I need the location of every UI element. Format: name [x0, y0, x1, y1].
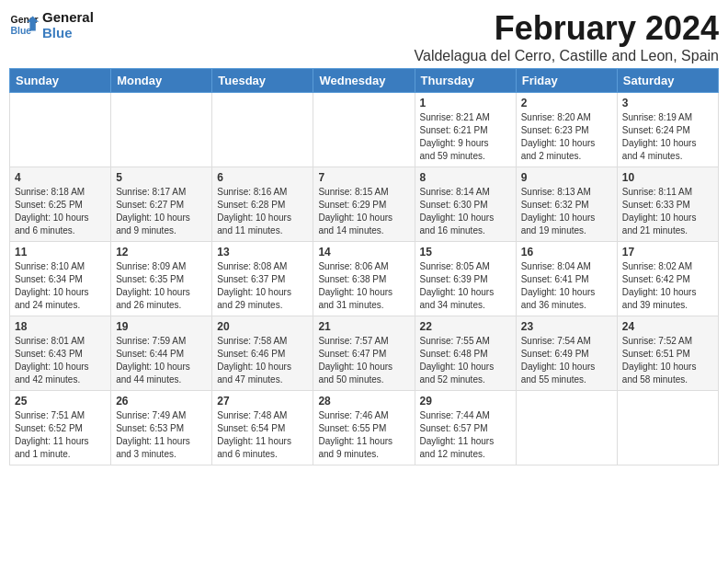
- logo-icon: General Blue: [9, 10, 39, 40]
- calendar-cell: 1Sunrise: 8:21 AM Sunset: 6:21 PM Daylig…: [415, 93, 516, 167]
- day-info: Sunrise: 8:10 AM Sunset: 6:34 PM Dayligh…: [15, 260, 106, 312]
- logo-line1: General: [42, 9, 94, 25]
- calendar-cell: 24Sunrise: 7:52 AM Sunset: 6:51 PM Dayli…: [617, 316, 718, 391]
- day-info: Sunrise: 8:09 AM Sunset: 6:35 PM Dayligh…: [116, 260, 207, 312]
- calendar-week-2: 4Sunrise: 8:18 AM Sunset: 6:25 PM Daylig…: [10, 167, 719, 242]
- page-header: General Blue General Blue February 2024 …: [9, 9, 719, 64]
- day-info: Sunrise: 7:51 AM Sunset: 6:52 PM Dayligh…: [15, 409, 106, 461]
- day-number: 15: [420, 246, 511, 259]
- day-number: 12: [116, 246, 207, 259]
- month-title: February 2024: [415, 9, 719, 48]
- day-info: Sunrise: 8:06 AM Sunset: 6:38 PM Dayligh…: [318, 260, 409, 312]
- day-info: Sunrise: 7:46 AM Sunset: 6:55 PM Dayligh…: [318, 409, 409, 461]
- day-info: Sunrise: 8:02 AM Sunset: 6:42 PM Dayligh…: [622, 260, 713, 312]
- day-number: 27: [217, 395, 308, 408]
- calendar-week-4: 18Sunrise: 8:01 AM Sunset: 6:43 PM Dayli…: [10, 316, 719, 391]
- day-number: 19: [116, 320, 207, 333]
- calendar-body: 1Sunrise: 8:21 AM Sunset: 6:21 PM Daylig…: [10, 93, 719, 465]
- day-number: 1: [420, 97, 511, 109]
- day-info: Sunrise: 8:21 AM Sunset: 6:21 PM Dayligh…: [420, 111, 511, 163]
- calendar-cell: 17Sunrise: 8:02 AM Sunset: 6:42 PM Dayli…: [617, 242, 718, 316]
- day-number: 28: [318, 395, 409, 408]
- svg-text:Blue: Blue: [11, 26, 32, 36]
- logo-line2: Blue: [42, 25, 94, 40]
- day-number: 2: [521, 97, 612, 109]
- day-info: Sunrise: 8:20 AM Sunset: 6:23 PM Dayligh…: [521, 111, 612, 163]
- day-info: Sunrise: 8:04 AM Sunset: 6:41 PM Dayligh…: [521, 260, 612, 312]
- calendar-cell: 26Sunrise: 7:49 AM Sunset: 6:53 PM Dayli…: [111, 391, 212, 465]
- day-info: Sunrise: 8:11 AM Sunset: 6:33 PM Dayligh…: [622, 186, 713, 237]
- calendar-cell: 28Sunrise: 7:46 AM Sunset: 6:55 PM Dayli…: [313, 391, 415, 465]
- day-number: 20: [217, 320, 308, 333]
- calendar-cell: 5Sunrise: 8:17 AM Sunset: 6:27 PM Daylig…: [111, 167, 212, 242]
- calendar-cell: 16Sunrise: 8:04 AM Sunset: 6:41 PM Dayli…: [516, 242, 617, 316]
- calendar-week-3: 11Sunrise: 8:10 AM Sunset: 6:34 PM Dayli…: [10, 242, 719, 316]
- calendar-cell: 9Sunrise: 8:13 AM Sunset: 6:32 PM Daylig…: [516, 167, 617, 242]
- weekday-header-thursday: Thursday: [415, 69, 516, 93]
- weekday-header-monday: Monday: [111, 69, 212, 93]
- day-info: Sunrise: 7:48 AM Sunset: 6:54 PM Dayligh…: [217, 409, 308, 461]
- day-number: 22: [420, 320, 511, 333]
- day-number: 17: [622, 246, 713, 259]
- calendar-week-5: 25Sunrise: 7:51 AM Sunset: 6:52 PM Dayli…: [10, 391, 719, 465]
- calendar-cell: 13Sunrise: 8:08 AM Sunset: 6:37 PM Dayli…: [212, 242, 313, 316]
- calendar-cell: 11Sunrise: 8:10 AM Sunset: 6:34 PM Dayli…: [10, 242, 111, 316]
- weekday-header-row: SundayMondayTuesdayWednesdayThursdayFrid…: [10, 69, 719, 93]
- day-number: 25: [15, 395, 106, 408]
- day-number: 4: [15, 171, 106, 184]
- weekday-header-friday: Friday: [516, 69, 617, 93]
- day-info: Sunrise: 8:08 AM Sunset: 6:37 PM Dayligh…: [217, 260, 308, 312]
- calendar-cell: 15Sunrise: 8:05 AM Sunset: 6:39 PM Dayli…: [415, 242, 516, 316]
- day-info: Sunrise: 8:13 AM Sunset: 6:32 PM Dayligh…: [521, 186, 612, 237]
- day-number: 10: [622, 171, 713, 184]
- location-title: Valdelagua del Cerro, Castille and Leon,…: [415, 48, 719, 64]
- day-info: Sunrise: 8:15 AM Sunset: 6:29 PM Dayligh…: [318, 186, 409, 237]
- calendar-cell: 21Sunrise: 7:57 AM Sunset: 6:47 PM Dayli…: [313, 316, 415, 391]
- calendar-cell: 14Sunrise: 8:06 AM Sunset: 6:38 PM Dayli…: [313, 242, 415, 316]
- day-number: 7: [318, 171, 409, 184]
- calendar-cell: 25Sunrise: 7:51 AM Sunset: 6:52 PM Dayli…: [10, 391, 111, 465]
- calendar-cell: 4Sunrise: 8:18 AM Sunset: 6:25 PM Daylig…: [10, 167, 111, 242]
- calendar-cell: 27Sunrise: 7:48 AM Sunset: 6:54 PM Dayli…: [212, 391, 313, 465]
- day-info: Sunrise: 7:57 AM Sunset: 6:47 PM Dayligh…: [318, 335, 409, 386]
- weekday-header-saturday: Saturday: [617, 69, 718, 93]
- calendar-cell: [313, 93, 415, 167]
- day-number: 5: [116, 171, 207, 184]
- calendar-cell: [212, 93, 313, 167]
- day-info: Sunrise: 8:01 AM Sunset: 6:43 PM Dayligh…: [15, 335, 106, 386]
- calendar-cell: 6Sunrise: 8:16 AM Sunset: 6:28 PM Daylig…: [212, 167, 313, 242]
- weekday-header-sunday: Sunday: [10, 69, 111, 93]
- weekday-header-wednesday: Wednesday: [313, 69, 415, 93]
- day-number: 14: [318, 246, 409, 259]
- calendar-cell: 18Sunrise: 8:01 AM Sunset: 6:43 PM Dayli…: [10, 316, 111, 391]
- day-number: 11: [15, 246, 106, 259]
- day-number: 8: [420, 171, 511, 184]
- day-number: 3: [622, 97, 713, 109]
- day-info: Sunrise: 7:52 AM Sunset: 6:51 PM Dayligh…: [622, 335, 713, 386]
- day-info: Sunrise: 8:19 AM Sunset: 6:24 PM Dayligh…: [622, 111, 713, 163]
- day-info: Sunrise: 7:55 AM Sunset: 6:48 PM Dayligh…: [420, 335, 511, 386]
- day-info: Sunrise: 7:44 AM Sunset: 6:57 PM Dayligh…: [420, 409, 511, 461]
- day-info: Sunrise: 7:59 AM Sunset: 6:44 PM Dayligh…: [116, 335, 207, 386]
- day-number: 9: [521, 171, 612, 184]
- calendar-table: SundayMondayTuesdayWednesdayThursdayFrid…: [9, 68, 719, 465]
- calendar-cell: 20Sunrise: 7:58 AM Sunset: 6:46 PM Dayli…: [212, 316, 313, 391]
- calendar-cell: [516, 391, 617, 465]
- calendar-header: SundayMondayTuesdayWednesdayThursdayFrid…: [10, 69, 719, 93]
- day-number: 6: [217, 171, 308, 184]
- calendar-cell: [617, 391, 718, 465]
- calendar-cell: 22Sunrise: 7:55 AM Sunset: 6:48 PM Dayli…: [415, 316, 516, 391]
- logo: General Blue General Blue: [9, 9, 94, 40]
- day-number: 23: [521, 320, 612, 333]
- day-info: Sunrise: 7:54 AM Sunset: 6:49 PM Dayligh…: [521, 335, 612, 386]
- day-info: Sunrise: 8:14 AM Sunset: 6:30 PM Dayligh…: [420, 186, 511, 237]
- day-number: 21: [318, 320, 409, 333]
- day-info: Sunrise: 7:49 AM Sunset: 6:53 PM Dayligh…: [116, 409, 207, 461]
- day-info: Sunrise: 8:16 AM Sunset: 6:28 PM Dayligh…: [217, 186, 308, 237]
- calendar-cell: [111, 93, 212, 167]
- day-number: 29: [420, 395, 511, 408]
- title-section: February 2024 Valdelagua del Cerro, Cast…: [415, 9, 719, 64]
- day-number: 18: [15, 320, 106, 333]
- calendar-cell: 3Sunrise: 8:19 AM Sunset: 6:24 PM Daylig…: [617, 93, 718, 167]
- calendar-cell: 8Sunrise: 8:14 AM Sunset: 6:30 PM Daylig…: [415, 167, 516, 242]
